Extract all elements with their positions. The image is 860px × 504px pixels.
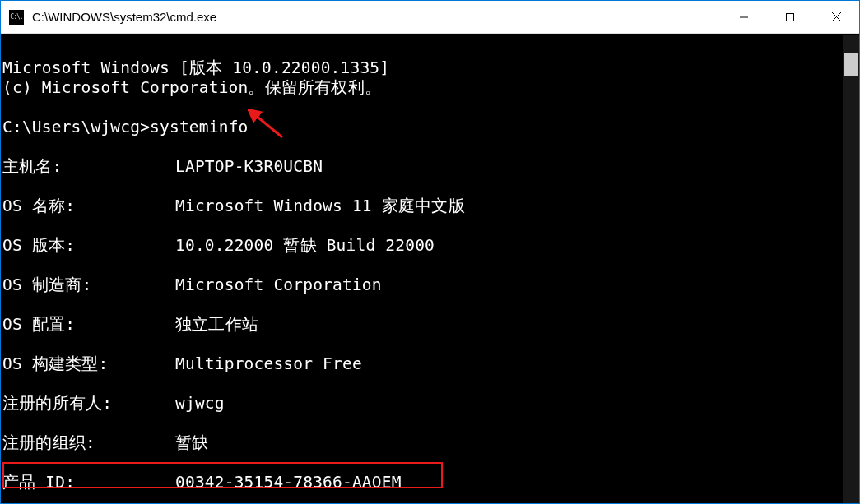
- arrow-annotation-icon: [248, 109, 289, 142]
- window-controls: [721, 1, 859, 33]
- os-version-label: OS 版本:: [2, 236, 175, 256]
- os-config-value: 独立工作站: [175, 315, 258, 335]
- host-label: 主机名:: [2, 157, 175, 177]
- os-config-label: OS 配置:: [2, 315, 175, 335]
- reg-org-value: 暂缺: [175, 433, 208, 453]
- copyright-line: (c) Microsoft Corporation。保留所有权利。: [2, 78, 381, 97]
- svg-rect-1: [787, 13, 794, 21]
- host-value: LAPTOP-K3R0UCBN: [175, 157, 323, 177]
- terminal-area[interactable]: Microsoft Windows [版本 10.0.22000.1335] (…: [1, 34, 859, 504]
- product-id-label: 产品 ID:: [2, 473, 175, 492]
- os-build-label: OS 构建类型:: [2, 354, 175, 374]
- product-id-value: 00342-35154-78366-AAOEM: [175, 473, 402, 492]
- minimize-button[interactable]: [721, 1, 767, 33]
- reg-owner-label: 注册的所有人:: [2, 394, 175, 414]
- reg-owner-value: wjwcg: [175, 394, 225, 414]
- os-build-value: Multiprocessor Free: [175, 354, 362, 374]
- os-name-label: OS 名称:: [2, 197, 175, 216]
- scrollbar-thumb[interactable]: [844, 53, 858, 76]
- maximize-button[interactable]: [767, 1, 813, 33]
- window-titlebar: C:\. C:\WINDOWS\system32\cmd.exe: [1, 1, 859, 34]
- svg-line-5: [254, 114, 282, 137]
- cmd-icon: C:\.: [9, 10, 24, 25]
- os-version-value: 10.0.22000 暂缺 Build 22000: [175, 236, 435, 256]
- version-line: Microsoft Windows [版本 10.0.22000.1335]: [2, 58, 389, 77]
- os-mfr-value: Microsoft Corporation: [175, 275, 382, 295]
- window-title: C:\WINDOWS\system32\cmd.exe: [32, 10, 721, 24]
- prompt-path: C:\Users\wjwcg>: [2, 118, 150, 136]
- reg-org-label: 注册的组织:: [2, 433, 175, 453]
- os-mfr-label: OS 制造商:: [2, 275, 175, 295]
- os-name-value: Microsoft Windows 11 家庭中文版: [175, 197, 465, 216]
- scrollbar-track[interactable]: [843, 35, 859, 503]
- close-button[interactable]: [813, 1, 859, 33]
- prompt-command: systeminfo: [150, 118, 248, 136]
